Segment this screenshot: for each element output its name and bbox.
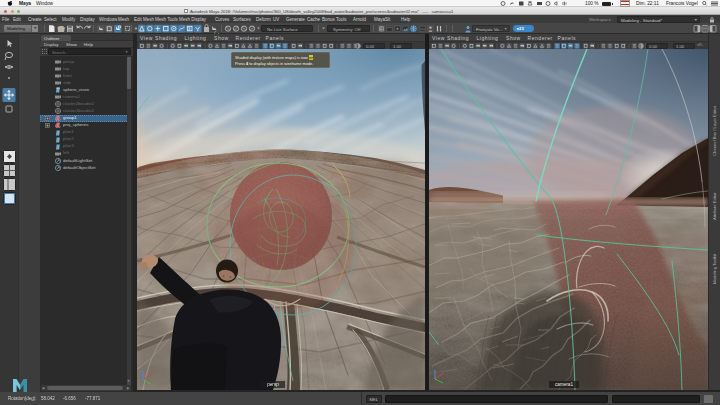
svg-text:camera1: camera1 (555, 382, 573, 387)
svg-text:persp: persp (267, 382, 279, 387)
